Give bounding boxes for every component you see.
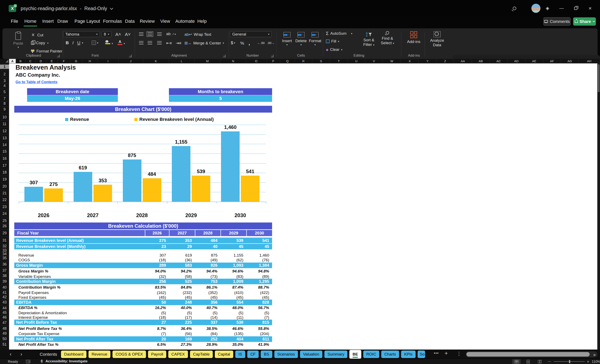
macro-record-icon[interactable] [26,360,30,363]
addins-button[interactable]: Add-ins [404,31,423,44]
borders-button[interactable]: ▾ [92,41,98,45]
number-format-select[interactable]: General▾ [230,31,272,37]
column-header-G[interactable]: G [70,59,82,63]
row-header-38[interactable]: 38 [0,274,9,278]
row-header-32[interactable]: 32 [0,244,9,248]
row-header-17[interactable]: 17 [0,164,9,168]
scroll-right-arrow[interactable]: ▶ [594,353,596,357]
row-header-41[interactable]: 41 [0,291,9,295]
row-header-34[interactable]: 34 [0,252,9,256]
table-row[interactable]: Net Profit Before Tax27225337538815 [14,319,272,325]
font-name-select[interactable]: Tahoma▾ [63,31,100,37]
sheet-tab-capital[interactable]: Capital [215,351,233,358]
sheet-tab-dashboard[interactable]: Dashboard [61,351,86,358]
comma-format-button[interactable]: , [249,40,250,46]
tab-overflow-button[interactable]: ••• [434,351,439,355]
increase-indent-button[interactable]: ⇥≡ [176,41,181,46]
table-row[interactable]: Revenue Breakeven level (Annual)27535348… [14,237,272,243]
row-header-49[interactable]: 49 [0,331,9,336]
sheet-tab-cogs-opex[interactable]: COGS & OPEX [112,351,146,358]
merge-center-button[interactable]: ⊞↔ Merge & Center▾ [184,41,224,46]
number-dialog-launcher[interactable] [271,55,273,57]
next-sheet-button[interactable]: › [18,351,25,357]
select-all-corner[interactable] [0,59,9,63]
horizontal-scrollbar-thumb[interactable] [467,352,590,356]
table-row[interactable]: Net Profit Before Tax %8.7%36.4%38.5%46.… [14,326,272,331]
column-header-AG[interactable]: AG [561,59,579,63]
row-header-21[interactable]: 21 [0,191,9,195]
paste-button[interactable]: Paste ▾ [12,32,24,49]
row-header-51[interactable]: 51 [0,342,9,347]
table-row[interactable]: Contribution Margin2565257531,0091,295 [14,279,272,284]
table-row[interactable]: Gross Margin %94.0%94.2%94.4%94.6%94.8% [14,269,272,273]
normal-view-button[interactable] [512,359,521,364]
row-header-5[interactable]: 5 [0,90,9,94]
table-row[interactable]: Revenue Breakeven level (Monthly)2329404… [14,244,272,249]
vertical-scrollbar[interactable] [597,64,600,350]
column-header-AC[interactable]: AC [490,59,507,63]
menu-help[interactable]: Help [196,16,208,27]
alignment-dialog-launcher[interactable] [223,55,225,57]
table-row[interactable]: Contribution Margin %83.5%84.8%86.1%87.4… [14,285,272,290]
menu-page-layout[interactable]: Page Layout [73,16,102,27]
underline-chevron[interactable]: ▾ [82,41,83,45]
column-header-L[interactable]: L [169,59,195,63]
column-header-W[interactable]: W [383,59,401,63]
menu-formulas[interactable]: Formulas [102,16,123,27]
font-dialog-launcher[interactable] [129,55,132,57]
zoom-out-button[interactable]: — [548,359,551,363]
zoom-slider-thumb[interactable] [569,360,570,363]
increase-font-size-button[interactable]: A˄ [115,32,121,37]
table-row[interactable]: Revenue3076198751,1551,460 [14,253,272,258]
column-header-O[interactable]: O [246,59,266,63]
row-header-22[interactable]: 22 [0,198,9,202]
column-header-J[interactable]: J [119,59,143,63]
table-row[interactable]: Payroll Expenses(162)(232)(352)(410)(422… [14,291,272,295]
column-header-AB[interactable]: AB [472,59,490,63]
sheet-tab-valuation[interactable]: Valuation [300,351,322,358]
row-header-26[interactable]: 26 [0,224,9,228]
analyze-data-button[interactable]: AnalyzeData [427,31,447,47]
row-header-3[interactable]: 3 [0,79,9,83]
column-header-E[interactable]: E [46,59,58,63]
column-header-M[interactable]: M [195,59,220,63]
currency-format-button[interactable]: $▾ [231,40,235,45]
menu-file[interactable]: File [8,16,21,27]
user-avatar[interactable] [531,4,540,13]
row-header-14[interactable]: 14 [0,143,9,147]
table-row[interactable]: Variable Expenses(32)(58)(73)(83)(89) [14,274,272,279]
column-header-AF[interactable]: AF [543,59,561,63]
column-header-AH[interactable]: AH [579,59,600,63]
column-header-X[interactable]: X [401,59,419,63]
row-header-39[interactable]: 39 [0,279,9,284]
page-break-view-button[interactable] [535,359,544,364]
search-icon[interactable] [510,5,518,12]
close-button[interactable]: × [586,5,594,12]
font-color-chevron[interactable]: ▾ [124,42,125,45]
increase-decimal-button[interactable]: ←.00 [257,41,265,45]
row-header-15[interactable]: 15 [0,149,9,154]
row-header-35[interactable]: 35 [0,256,9,260]
comments-button[interactable]: Comments [543,17,571,26]
align-right-button[interactable] [157,41,162,45]
sheet-tab-contents[interactable]: Contents [37,351,60,358]
table-of-contents-link[interactable]: Go to Table of Contents [16,80,57,84]
column-header-Z[interactable]: Z [436,59,454,63]
horizontal-scrollbar[interactable]: ▶ [466,351,598,357]
tab-menu-button[interactable]: ⋮ [457,351,461,356]
insert-cells-button[interactable]: Insert▾ [280,32,294,46]
row-header-42[interactable]: 42 [0,295,9,299]
orientation-button[interactable]: ab→▾ [166,32,176,36]
premium-gem-icon[interactable]: ◈ [543,5,552,12]
align-middle-button[interactable] [148,32,152,36]
sheet-tab-so[interactable]: So [418,351,425,358]
decrease-decimal-button[interactable]: .00→ [267,41,275,45]
prev-sheet-button[interactable]: ‹ [7,351,14,357]
format-painter-button[interactable]: Format Painter [31,49,62,54]
cut-button[interactable]: Cut [31,33,43,37]
row-header-9[interactable]: 9 [0,107,9,111]
column-header-R[interactable]: R [295,59,312,63]
row-header-50[interactable]: 50 [0,337,9,341]
table-row[interactable]: Depreciation & Amortization(5)(5)(5)(5)(… [14,311,272,315]
sheet-tab-payroll[interactable]: Payroll [148,351,166,358]
